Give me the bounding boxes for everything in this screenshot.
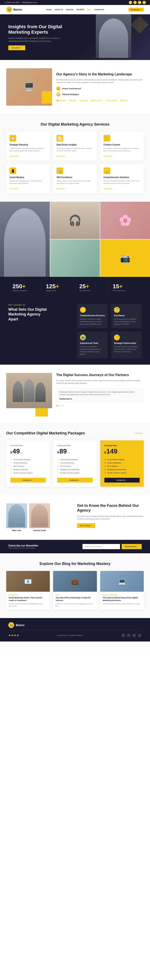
service-link-6[interactable]: Read More → xyxy=(103,188,114,190)
service-link-5[interactable]: Read More → xyxy=(56,188,67,190)
newsletter-form: Subscribe Now → xyxy=(82,544,142,549)
email-link[interactable]: hello@beevo.com xyxy=(22,2,37,3)
diff-icon-3: 👥 xyxy=(80,334,86,340)
diff-card-3: 👥 Experienced Team Our team of seasoned … xyxy=(77,332,108,358)
photo-flower: 🌸 xyxy=(100,202,150,239)
nav-services[interactable]: Services xyxy=(66,8,74,11)
newsletter-email-input[interactable] xyxy=(82,544,120,549)
pricing-grid: Essential Plan $ 49 /mo Social Media Str… xyxy=(6,441,144,487)
test-dot-1[interactable] xyxy=(56,405,58,407)
service-link-1[interactable]: Read More → xyxy=(10,155,20,157)
test-dot-3[interactable] xyxy=(62,405,64,407)
pricing-features-2: Social Media Strategies Content Marketin… xyxy=(57,458,92,474)
feature-2-2: Content Marketing xyxy=(57,461,92,465)
footer-youtube-icon[interactable]: y xyxy=(137,633,142,637)
hero-cta-button[interactable]: Learn More → xyxy=(8,45,25,50)
team-section: Mike Lolar Hannah Smith Get to Know the … xyxy=(0,495,150,540)
story-point-2: 📊 Tailored Strategies xyxy=(56,92,144,97)
story-point-2-text: Tailored Strategies xyxy=(62,93,79,95)
testimonials-section: The Digital Success Journeys of Our Part… xyxy=(0,364,150,423)
diff-left: WHY CHOOSE US What Sets Our Digital Mark… xyxy=(8,304,73,358)
footer-facebook-icon[interactable]: f xyxy=(121,633,126,637)
story-points: 🏆 Proven Track Record 📊 Tailored Strateg… xyxy=(56,86,144,97)
blog-title: Explore Our Blog for Marketing Mastery xyxy=(6,562,144,566)
pricing-cta-3[interactable]: Contact Us → xyxy=(104,478,140,482)
footer-social: f t in y xyxy=(121,633,142,637)
newsletter-submit-button[interactable]: Subscribe Now → xyxy=(122,544,142,549)
blog-content-1: Marketing Email Marketing Tactics That C… xyxy=(6,592,50,610)
testimonials-title: The Digital Success Journeys of Our Part… xyxy=(56,373,144,377)
stat-3: 25+ Team Members xyxy=(75,283,108,291)
price-period-3: /mo xyxy=(118,452,121,454)
contact-info: +1 (555) 123-4567 hello@beevo.com xyxy=(4,2,37,3)
feature-2-5: Priority Customer Support xyxy=(57,471,92,474)
pricing-cta-2[interactable]: Contact Us → xyxy=(57,478,92,482)
service-icon-2: 📈 xyxy=(56,135,63,142)
pricing-see-all[interactable]: See All → xyxy=(135,432,144,434)
pricing-section: Our Competitive Digital Marketing Packag… xyxy=(0,423,150,495)
team-name-2: Hannah Smith xyxy=(29,530,50,531)
brand-4: ⬟ Business xyxy=(91,99,103,102)
diff-card-2: 🏅 Excellence Our commitment to excellenc… xyxy=(111,304,142,328)
service-link-4[interactable]: Read More → xyxy=(10,188,20,190)
hero-image xyxy=(96,14,137,60)
stat-label-3: Team Members xyxy=(79,290,104,291)
diff-card-4: 🤝 Strategic Partnerships We build long-t… xyxy=(111,332,142,358)
nav-portfolio[interactable]: Portfolio xyxy=(76,8,84,11)
service-icon-1: 📋 xyxy=(10,135,16,142)
pricing-title: Our Competitive Digital Marketing Packag… xyxy=(6,431,85,436)
facebook-icon[interactable]: f xyxy=(129,1,132,4)
service-link-2[interactable]: Read More → xyxy=(56,155,67,157)
testimonials-image xyxy=(6,373,52,414)
team-photo-img-1 xyxy=(6,503,27,528)
feature-3-5: Priority Customer Support xyxy=(104,471,140,474)
service-desc-5: Optimizing your online presence to rank … xyxy=(56,180,94,185)
footer-linkedin-icon[interactable]: in xyxy=(132,633,136,637)
price-period-2: /mo xyxy=(67,452,70,454)
stat-number-2: 125+ xyxy=(46,283,71,290)
footer: 🐝 Beevo ★★★★ © 2024 Beevo. All Rights Re… xyxy=(0,618,150,641)
footer-twitter-icon[interactable]: t xyxy=(127,633,131,637)
brand-5: ⬡ Business xyxy=(105,99,117,102)
blog-card-2[interactable]: 💼 SEO Top Ultra (PPC) Advertising A Guid… xyxy=(53,571,97,610)
team-title: Get to Know the Faces Behind Our Agency xyxy=(77,503,144,513)
twitter-icon[interactable]: t xyxy=(133,1,137,4)
story-description: We started with a vision to transform ho… xyxy=(56,79,144,84)
brand-3: ◆ Brand xyxy=(80,99,88,102)
newsletter-description: Stay updated with our latest insights. xyxy=(8,547,39,549)
header-cta-button[interactable]: Get Started → xyxy=(129,8,144,12)
hero-title: Insights from Our Digital Marketing Expe… xyxy=(8,24,67,35)
test-dot-2[interactable] xyxy=(59,405,61,407)
youtube-icon[interactable]: y xyxy=(142,1,146,4)
service-link-3[interactable]: Read More → xyxy=(103,155,114,157)
logo-icon: 🐝 xyxy=(6,6,12,13)
services-title: Our Digital Marketing Agency Services xyxy=(6,122,144,127)
diff-desc-1: We offer a full suite of digital marketi… xyxy=(80,318,105,325)
pricing-cta-1[interactable]: Contact Us → xyxy=(10,478,46,482)
team-cta-button[interactable]: Get In Touch → xyxy=(77,523,95,528)
story-yellow-accent xyxy=(42,91,52,103)
service-desc-2: Leveraging analytics and data to make in… xyxy=(56,147,94,152)
nav-home[interactable]: Home xyxy=(47,8,52,11)
nav-contact[interactable]: Contact Us xyxy=(94,8,104,11)
testimonial-author: Testimonial #1 xyxy=(59,398,141,400)
pricing-header: Our Competitive Digital Marketing Packag… xyxy=(6,431,144,436)
nav-about[interactable]: About Us xyxy=(55,8,63,11)
pricing-features-3: Social Media Strategies Content Marketin… xyxy=(104,458,140,474)
pricing-price-2: $ 89 /mo xyxy=(57,448,92,455)
blog-content-2: SEO Top Ultra (PPC) Advertising A Guide … xyxy=(53,592,97,610)
nav-blog[interactable]: Blog xyxy=(87,8,91,11)
service-icon-5: 🔍 xyxy=(56,167,63,174)
linkedin-icon[interactable]: in xyxy=(138,1,141,4)
blog-card-1[interactable]: 📧 Marketing Email Marketing Tactics That… xyxy=(6,571,50,610)
blog-post-title-2: Top Ultra (PPC) Advertising A Guide for … xyxy=(56,597,94,601)
story-point-1: 🏆 Proven Track Record xyxy=(56,86,144,91)
feature-3-1: Social Media Strategies xyxy=(104,458,140,461)
differentiators-section: WHY CHOOSE US What Sets Our Digital Mark… xyxy=(0,298,150,364)
stat-number-1: 250+ xyxy=(13,283,37,290)
diff-title-3: Experienced Team xyxy=(80,342,105,344)
service-desc-1: Comprehensive marketing strategies tailo… xyxy=(10,147,47,152)
blog-card-3[interactable]: 💻 Digital Marketing The Science Behind D… xyxy=(100,571,144,610)
feature-3-3: SEO Solutions xyxy=(104,465,140,468)
service-title-5: SEO Excellence xyxy=(56,176,94,178)
